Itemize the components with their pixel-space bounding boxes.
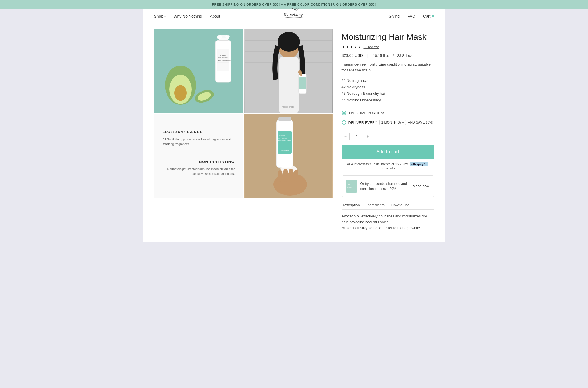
svg-text:VERY SENSITIVE: VERY SENSITIVE [278, 138, 287, 139]
product-price: $23.00 USD [342, 53, 363, 58]
bullet-2: #2 No dryness [342, 84, 434, 90]
fragrance-desc: All No Nothing products are free of frag… [163, 137, 235, 146]
svg-point-28 [278, 32, 300, 52]
svg-rect-48 [294, 170, 298, 182]
fragrance-section: FRAGRANCE-FREE All No Nothing products a… [163, 130, 235, 153]
purchase-options: ONE-TIME PURCHASE DELIVER EVERY 1 MONTH(… [342, 108, 434, 127]
nav-cart[interactable]: Cart [423, 14, 434, 18]
quantity-value: 1 [354, 134, 360, 139]
svg-line-4 [292, 9, 293, 9]
subscribe-radio[interactable] [342, 120, 346, 125]
bullet-1: #1 No fragrance [342, 77, 434, 84]
bullet-3: #3 No rough & crunchy hair [342, 90, 434, 97]
site-header: Shop ▾ Why No Nothing About [143, 9, 445, 24]
quantity-row: − 1 + [342, 133, 434, 140]
afterpay-badge: afterpay ✦ [410, 162, 428, 166]
hand-product-svg: no nothing VERY SENSITIVE MOISTURE TREAT… [245, 114, 332, 198]
combo-icon-svg: no nothing [346, 180, 357, 193]
afterpay-row: or 4 interest-free installments of $5.75… [342, 162, 434, 170]
nav-shop[interactable]: Shop ▾ [154, 14, 166, 18]
combo-description: Or try our combo shampoo and conditioner… [360, 181, 409, 191]
size-small[interactable]: 10.15 fl oz [372, 53, 391, 58]
nav-right: Giving FAQ Cart [388, 14, 434, 18]
bullet-4: #4 Nothing unnecessary [342, 97, 434, 103]
product-hand-image: no nothing VERY SENSITIVE MOISTURE TREAT… [244, 114, 333, 198]
non-irritating-section: NON-IRRITATING Dermatologist-created for… [163, 160, 235, 183]
svg-text:model photo: model photo [282, 106, 294, 108]
afterpay-text: or 4 interest-free installments of $5.75… [347, 162, 408, 166]
nav-why[interactable]: Why No Nothing [174, 14, 202, 18]
desc-line-2: Makes hair silky soft and easier to mana… [342, 225, 434, 231]
svg-text:nothing: nothing [347, 187, 352, 188]
fragrance-title: FRAGRANCE-FREE [163, 130, 235, 134]
price-divider: | [367, 53, 368, 58]
product-avocado-image: no nothing VERY SENSITIVE MOISTURE TREAT… [154, 29, 243, 113]
quantity-decrease-button[interactable]: − [342, 133, 350, 140]
one-time-radio[interactable] [342, 111, 346, 115]
one-time-label: ONE-TIME PURCHASE [349, 111, 388, 115]
svg-text:No nothing: No nothing [284, 12, 303, 17]
svg-text:150ml/5.1floz: 150ml/5.1floz [281, 150, 289, 151]
svg-text:no nothing: no nothing [220, 54, 226, 56]
announcement-text: FREE SHIPPING ON ORDERS OVER $30! + A FR… [212, 3, 376, 6]
product-info: Moisturizing Hair Mask ★★★★★ 55 reviews … [342, 29, 434, 231]
svg-rect-40 [278, 117, 291, 121]
quantity-increase-button[interactable]: + [364, 133, 372, 140]
size-large[interactable]: 33.8 fl oz [396, 53, 413, 58]
svg-rect-29 [279, 57, 299, 113]
deliver-label: DELIVER EVERY [348, 120, 377, 125]
combo-product-icon: no nothing [346, 180, 357, 193]
combo-shop-link[interactable]: Shop now [413, 184, 429, 188]
nav-faq[interactable]: FAQ [407, 14, 415, 18]
svg-text:no nothing: no nothing [279, 135, 286, 136]
tab-how-to-use[interactable]: How to use [391, 203, 409, 209]
desc-line-1: Avocado oil effectively nourishes and mo… [342, 213, 434, 225]
nav-giving[interactable]: Giving [388, 14, 400, 18]
non-irritating-desc: Dermatologist-created formulas made suit… [163, 167, 235, 176]
svg-point-0 [295, 9, 297, 10]
hand-background: no nothing VERY SENSITIVE MOISTURE TREAT… [244, 114, 333, 198]
size-separator: / [392, 53, 396, 58]
afterpay-logo-icon: ✦ [423, 162, 426, 166]
svg-rect-47 [289, 169, 293, 182]
cart-indicator [432, 15, 434, 17]
tab-description[interactable]: Description [342, 203, 360, 209]
price-row: $23.00 USD | 10.15 fl oz / 33.8 fl oz [342, 53, 434, 58]
svg-text:VERY SENSITIVE: VERY SENSITIVE [218, 57, 228, 59]
description-content: Avocado oil effectively nourishes and mo… [342, 213, 434, 231]
svg-point-21 [217, 35, 222, 39]
svg-rect-31 [299, 77, 306, 89]
product-model-image: model photo [244, 29, 333, 113]
afterpay-brand: afterpay [411, 162, 423, 166]
add-to-cart-button[interactable]: Add to cart [342, 145, 434, 159]
interval-select[interactable]: 1 MONTH(S) ▾ [379, 120, 406, 125]
rating-row: ★★★★★ 55 reviews [342, 45, 434, 49]
svg-text:MOISTURE TREATMENT: MOISTURE TREATMENT [278, 140, 291, 141]
save-text: AND SAVE 10%! [408, 120, 433, 124]
afterpay-more-info-link[interactable]: more info [381, 166, 395, 170]
site-logo[interactable]: No nothing [282, 7, 307, 25]
interval-value: 1 MONTH(S) [381, 120, 401, 124]
avocado-scene-svg: no nothing VERY SENSITIVE MOISTURE TREAT… [155, 29, 242, 113]
product-description: Fragrance-free moisturizing conditioning… [342, 62, 434, 73]
size-options: 10.15 fl oz / 33.8 fl oz [372, 54, 413, 58]
logo-svg: No nothing [282, 7, 307, 24]
product-text-panel: FRAGRANCE-FREE All No Nothing products a… [154, 114, 243, 198]
svg-point-8 [174, 85, 187, 101]
model-background: model photo [244, 29, 333, 113]
svg-rect-46 [283, 169, 288, 182]
product-bullets: #1 No fragrance#2 No dryness#3 No rough … [342, 77, 434, 104]
svg-text:MOISTURE TREATMENT: MOISTURE TREATMENT [218, 59, 231, 61]
svg-rect-49 [346, 180, 357, 193]
nav-left: Shop ▾ Why No Nothing About [154, 14, 220, 18]
svg-point-22 [225, 35, 230, 38]
review-count[interactable]: 55 reviews [364, 45, 379, 49]
subscribe-option[interactable]: DELIVER EVERY 1 MONTH(S) ▾ AND SAVE 10%! [342, 117, 434, 127]
tab-ingredients[interactable]: Ingredients [367, 203, 385, 209]
combo-box: no nothing Or try our combo shampoo and … [342, 175, 434, 197]
svg-text:no: no [348, 184, 350, 185]
nav-about[interactable]: About [210, 14, 220, 18]
rating-stars: ★★★★★ [342, 45, 361, 49]
interval-chevron-icon: ▾ [402, 120, 404, 124]
one-time-purchase-option[interactable]: ONE-TIME PURCHASE [342, 108, 434, 117]
